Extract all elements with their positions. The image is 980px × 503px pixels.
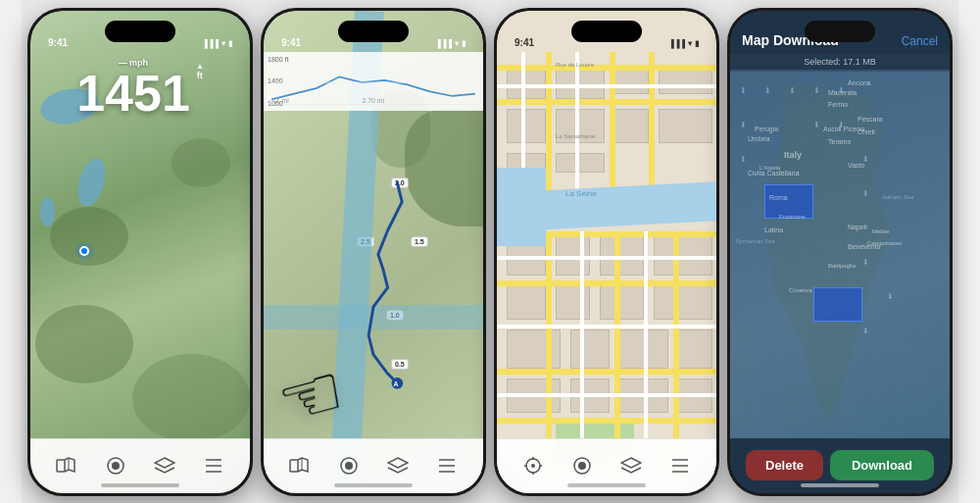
block-7 xyxy=(614,109,649,143)
home-indicator-4 xyxy=(801,483,879,487)
home-indicator-1 xyxy=(101,483,179,487)
toolbar-icon-menu-2[interactable] xyxy=(433,452,461,479)
dl-icon-7: ⬇ xyxy=(813,121,820,129)
svg-rect-0 xyxy=(57,460,65,472)
phone-2-frame: 9:41 ▐▐▐ ▾ ▮ 1800 ft 1400 1000 xyxy=(261,8,486,496)
phone-2-map: 9:41 ▐▐▐ ▾ ▮ 1800 ft 1400 1000 xyxy=(264,11,483,493)
label-teramo: Teramo xyxy=(828,138,851,145)
battery-icon-3: ▮ xyxy=(695,39,699,48)
phone-3-wrapper: Rue de Louvre La Samaritaine La Seine Sa… xyxy=(494,8,719,496)
road-1 xyxy=(497,84,716,88)
phone-2-screen: 9:41 ▐▐▐ ▾ ▮ 1800 ft 1400 1000 xyxy=(264,11,483,493)
toolbar-icon-menu[interactable] xyxy=(200,452,227,479)
svg-rect-14 xyxy=(290,460,298,472)
phone-4-download: 9:41 ▐▐▐ ▾ ▮ Map Download Cancel Selecte… xyxy=(730,11,950,493)
road-major-4 xyxy=(497,280,716,286)
label-aquila: L'Aquila xyxy=(760,165,780,171)
dl-icon-3: ⬇ xyxy=(789,86,796,95)
phone-4-wrapper: 9:41 ▐▐▐ ▾ ▮ Map Download Cancel Selecte… xyxy=(727,8,953,496)
speed-overlay: — mph 1451 ▲ ft xyxy=(30,58,250,119)
cancel-button[interactable]: Cancel xyxy=(902,34,938,48)
wifi-icon: ▾ xyxy=(221,39,225,48)
delete-button[interactable]: Delete xyxy=(746,450,823,480)
toolbar-icon-record-3[interactable] xyxy=(568,452,596,479)
elev-unit: ft xyxy=(197,71,203,80)
toolbar-icon-layers-2[interactable] xyxy=(384,452,412,479)
dl-icon-11: ⬇ xyxy=(862,189,869,198)
label-melise: Melise xyxy=(872,228,889,234)
selected-size: Selected: 17.1 MB xyxy=(730,54,950,70)
elevation-svg: 1 mi 2.70 mi xyxy=(271,60,475,105)
label-chieti: Chieti xyxy=(858,128,875,135)
toolbar-icon-location[interactable] xyxy=(519,452,547,479)
label-samaritaine: La Samaritaine xyxy=(556,133,595,139)
road-3 xyxy=(497,325,716,328)
dl-icon-9: ⬇ xyxy=(740,155,747,164)
toolbar-icon-map-2[interactable] xyxy=(286,452,314,479)
dl-icon-6: ⬇ xyxy=(740,121,747,129)
dl-icon-1: ⬇ xyxy=(740,86,747,95)
block-8 xyxy=(659,109,712,143)
terrain-4 xyxy=(172,138,230,187)
elevation-display: ▲ ft xyxy=(196,58,204,80)
block-16 xyxy=(556,285,590,320)
block-15 xyxy=(507,285,546,320)
svg-point-3 xyxy=(112,462,120,470)
toolbar-icon-menu-3[interactable] xyxy=(666,452,694,479)
toolbar-icon-layers[interactable] xyxy=(151,452,178,479)
status-icons-3: ▐▐▐ ▾ ▮ xyxy=(668,39,699,48)
svg-marker-4 xyxy=(155,458,174,468)
phone-1-wrapper: 9:41 ▐▐▐ ▾ ▮ — mph xyxy=(27,8,253,496)
svg-text:A: A xyxy=(393,379,398,386)
speed-display: — mph 1451 xyxy=(76,58,190,119)
phone-2-wrapper: 9:41 ▐▐▐ ▾ ▮ 1800 ft 1400 1000 xyxy=(261,8,486,496)
dynamic-island-4 xyxy=(805,21,875,42)
label-pescara: Pescara xyxy=(858,116,883,123)
block-18 xyxy=(654,285,712,320)
label-frosinone: Frosinone xyxy=(779,214,806,220)
label-fermo: Fermo xyxy=(828,101,848,108)
status-time-3: 9:41 xyxy=(514,37,534,48)
toolbar-icon-record-2[interactable] xyxy=(335,452,363,479)
label-napoli: Napoli xyxy=(848,224,867,230)
toolbar-icon-map[interactable] xyxy=(53,452,80,479)
phone-3-map: Rue de Louvre La Samaritaine La Seine Sa… xyxy=(497,11,716,493)
dl-icon-13: ⬇ xyxy=(887,292,894,301)
phone-1-screen: 9:41 ▐▐▐ ▾ ▮ — mph xyxy=(30,11,250,493)
toolbar-icon-layers-3[interactable] xyxy=(617,452,645,479)
label-perugia: Perugia xyxy=(755,126,778,132)
selected-tile-napoli[interactable] xyxy=(813,287,862,322)
signal-icon-3: ▐▐▐ xyxy=(668,39,685,48)
phone-4-screen: 9:41 ▐▐▐ ▾ ▮ Map Download Cancel Selecte… xyxy=(730,11,950,493)
phone-4-frame: 9:41 ▐▐▐ ▾ ▮ Map Download Cancel Selecte… xyxy=(727,8,953,496)
label-italy: Italy xyxy=(784,150,802,160)
svg-text:1 mi: 1 mi xyxy=(276,96,290,103)
block-5 xyxy=(507,109,546,143)
terrain-1 xyxy=(50,207,128,266)
wifi-icon-3: ▾ xyxy=(688,39,692,48)
lake-feature-3 xyxy=(40,197,55,226)
road-major-v2 xyxy=(610,52,615,209)
tiles-container: ⬇ ⬇ ⬇ ⬇ ⬇ ⬇ ⬇ ⬇ ⬇ ⬇ ⬇ ⬇ ⬇ ⬇ xyxy=(730,72,950,438)
block-20 xyxy=(570,329,610,369)
location-dot xyxy=(79,246,89,256)
download-button[interactable]: Download xyxy=(830,450,934,480)
svg-marker-30 xyxy=(621,458,641,468)
phone-3-frame: Rue de Louvre La Samaritaine La Seine Sa… xyxy=(494,8,719,496)
road-2 xyxy=(497,256,716,260)
dl-icon-12: ⬇ xyxy=(862,258,869,267)
terrain-2 xyxy=(35,305,133,383)
label-battipaglia: Battipaglia xyxy=(828,263,856,269)
block-4 xyxy=(659,70,712,94)
label-rue-louvre: Rue de Louvre xyxy=(556,62,594,68)
block-10 xyxy=(556,153,605,173)
signal-icon-2: ▐▐▐ xyxy=(435,39,452,48)
phones-container: 9:41 ▐▐▐ ▾ ▮ — mph xyxy=(22,0,958,503)
dl-icon-4: ⬇ xyxy=(813,86,820,95)
toolbar-icon-record[interactable] xyxy=(102,452,129,479)
status-icons-2: ▐▐▐ ▾ ▮ xyxy=(435,39,466,48)
elevation-chart: 1800 ft 1400 1000 1 mi 2.70 mi xyxy=(264,52,483,111)
label-ancona: Ancona xyxy=(848,79,871,86)
block-3 xyxy=(614,70,649,94)
dynamic-island xyxy=(105,21,175,42)
